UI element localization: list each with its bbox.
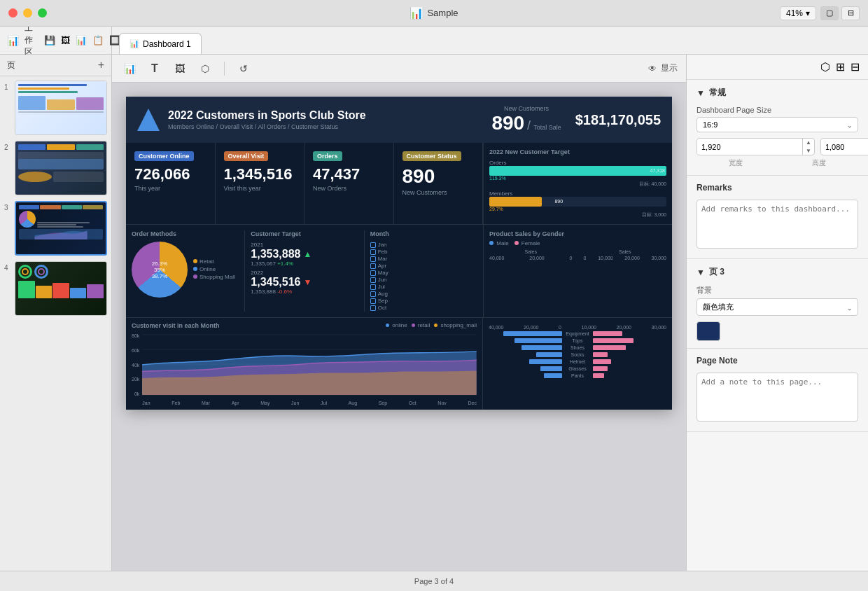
width-down[interactable]: ▼ — [803, 147, 814, 155]
month-title: Month — [370, 230, 477, 237]
dashboard-tab[interactable]: 📊 Dashboard 1 — [119, 33, 202, 54]
legend-mall: Shopping Mall — [193, 274, 235, 280]
new-target-title: 2022 New Customer Target — [489, 148, 666, 155]
bg-select[interactable]: 颜色填充 — [696, 298, 858, 316]
page-note-header: Page Note — [696, 356, 858, 366]
page-thumb-1[interactable]: 1 — [4, 81, 107, 135]
month-jun: Jun — [370, 277, 477, 283]
copy-icon[interactable]: 🖼 — [61, 35, 70, 46]
female-bar-2 — [593, 345, 626, 350]
male-bar-6 — [544, 373, 562, 378]
save-icon[interactable]: 💾 — [44, 35, 55, 46]
female-legend: Female — [514, 240, 540, 246]
chart-add-icon[interactable]: 📊 — [76, 35, 87, 46]
dashboard-middle-content: Order Methods 26.3% 35% 38.7% — [126, 225, 672, 317]
members-bar-section: Members 890 29.7% 目标: 3,000 — [489, 190, 666, 218]
width-up[interactable]: ▲ — [803, 139, 814, 147]
width-input[interactable] — [697, 140, 802, 154]
remarks-textarea[interactable] — [696, 200, 858, 249]
gender-left-bars: Sales 40,00020,0000 — [489, 249, 573, 260]
toolbar-left: 📊 工作区 💾 🖼 📊 📋 🔲 — [0, 27, 112, 54]
page-note-textarea[interactable] — [696, 373, 858, 422]
pie-pct-2: 35% — [152, 267, 168, 273]
close-button[interactable] — [8, 8, 18, 18]
display-button[interactable]: 👁 显示 — [648, 62, 678, 74]
month-jan: Jan — [370, 242, 477, 248]
month-mar: Mar — [370, 256, 477, 262]
maximize-button[interactable] — [38, 8, 47, 18]
kpi-value-3: 890 — [402, 165, 475, 188]
area-chart-legend: online retail shopping_mall — [386, 322, 477, 328]
view-split-icon[interactable]: ⊟ — [841, 6, 860, 20]
height-input[interactable] — [821, 140, 868, 154]
retail-area-dot — [412, 324, 415, 327]
page-thumb-3[interactable]: 3 — [4, 201, 107, 256]
area-chart-section: Customer visit in each Month online reta… — [126, 318, 483, 410]
dim-labels: 宽度 高度 — [696, 158, 858, 168]
chart-tool-button[interactable]: 📊 — [120, 60, 139, 78]
orders-target: 目标: 40,000 — [489, 181, 666, 188]
page3-section-header[interactable]: ▼ 页 3 — [696, 266, 858, 278]
month-apr: Apr — [370, 263, 477, 269]
refresh-tool-button[interactable]: ↺ — [234, 60, 253, 78]
members-label: Members — [489, 190, 666, 197]
grid-panel-icon[interactable]: ⊟ — [850, 60, 860, 74]
bg-color-swatch[interactable] — [696, 321, 720, 341]
minimize-button[interactable] — [23, 8, 32, 18]
tab-icon: 📊 — [130, 39, 139, 48]
cube-icon[interactable]: ⬡ — [820, 60, 830, 74]
general-section: ▼ 常规 Dashboard Page Size 16:9 ▲ ▼ — [687, 80, 868, 176]
dimensions-row: ▲ ▼ ▲ ▼ — [696, 138, 858, 155]
page-thumb-2[interactable]: 2 — [4, 141, 107, 195]
kpi-card-0: Customer Online 726,066 This year — [126, 143, 216, 224]
month-sep: Sep — [370, 298, 477, 304]
online-label: Online — [200, 266, 216, 272]
legend-retail-area: retail — [412, 322, 430, 328]
members-pct: 29.7% — [489, 207, 666, 211]
female-bar-0 — [593, 331, 622, 336]
general-section-header[interactable]: ▼ 常规 — [696, 87, 858, 99]
height-label: 高度 — [780, 158, 859, 168]
width-input-wrap: ▲ ▼ — [696, 138, 815, 155]
display-label: 显示 — [661, 62, 678, 74]
ct-prev-2022: 1,353,888 -0.6% — [251, 288, 358, 295]
zoom-control[interactable]: 41% ▾ — [780, 6, 816, 20]
orders-pct: 119.3% — [489, 176, 666, 181]
orders-bar-section: Orders 47,318 119.3% 目标: 40,000 — [489, 160, 666, 188]
male-bar-2 — [522, 345, 562, 350]
add-page-button[interactable]: + — [98, 59, 104, 71]
page-size-select[interactable]: 16:9 — [696, 117, 858, 132]
right-panel-icons: ⬡ ⊞ ⊟ — [687, 55, 868, 80]
remarks-section: Remarks — [687, 176, 868, 259]
customer-target-title: Customer Target — [251, 230, 358, 237]
layout-icon[interactable]: ⊞ — [836, 60, 845, 74]
legend-retail: Retail — [193, 258, 235, 265]
grid-icon[interactable]: 📋 — [92, 35, 104, 46]
members-target: 目标: 3,000 — [489, 211, 666, 218]
shape-tool-button[interactable]: ⬡ — [196, 60, 214, 78]
general-title: 常规 — [709, 87, 726, 99]
status-bar: Page 3 of 4 — [0, 571, 868, 591]
canvas-toolbar: 📊 T 🖼 ⬡ ↺ 👁 显示 — [112, 55, 686, 83]
view-single-icon[interactable]: ▢ — [820, 6, 839, 20]
dashboard-logo-icon — [137, 109, 160, 131]
image-tool-button[interactable]: 🖼 — [171, 60, 189, 78]
height-input-wrap: ▲ ▼ — [820, 138, 868, 155]
middle-row: Order Methods 26.3% 35% 38.7% — [132, 230, 477, 312]
month-aug: Aug — [370, 291, 477, 297]
dashboard-left-content: Order Methods 26.3% 35% 38.7% — [126, 225, 483, 317]
male-bar-4 — [529, 359, 562, 364]
dashboard-canvas: 2022 Customers in Sports Club Store Memb… — [126, 97, 672, 410]
page-thumb-4[interactable]: 4 — [4, 261, 107, 316]
page-note-title: Page Note — [696, 356, 738, 366]
remarks-section-header[interactable]: Remarks — [696, 183, 858, 193]
online-area-dot — [386, 324, 389, 327]
workspace-label: 工作区 — [24, 22, 33, 58]
dashboard-right-content: Product Sales by Gender Male Female — [483, 225, 672, 317]
female-bar-3 — [593, 352, 608, 357]
sales-axis-right: 010,00020,00030,000 — [584, 256, 667, 260]
online-dot — [193, 267, 197, 271]
text-tool-button[interactable]: T — [146, 60, 164, 78]
bottom-right-section: 40,00020,000010,00020,00030,000 Equipmen… — [483, 318, 672, 410]
mall-area-dot — [434, 324, 438, 327]
